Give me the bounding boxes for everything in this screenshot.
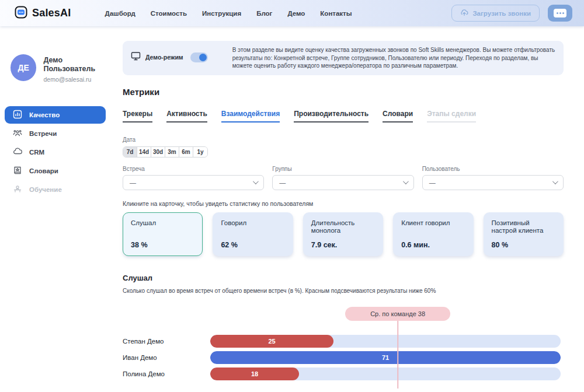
book-icon — [13, 166, 22, 176]
filter-пользователь: Пользователь— — [422, 166, 564, 190]
demo-mode-label: Демо-режим — [145, 54, 183, 61]
select-value: — — [429, 179, 436, 186]
sidebar-menu: КачествоВстречиCRMСловариОбучение — [0, 106, 114, 198]
metric-card-label: Говорил — [221, 219, 284, 228]
metric-card-value: 62 % — [221, 241, 284, 249]
filter-label: Встреча — [123, 166, 264, 172]
chat-dots-icon — [554, 9, 566, 18]
bar-chart-icon — [13, 110, 22, 120]
chart-bar-track: 71 — [210, 351, 561, 364]
filter-select-пользователь[interactable]: — — [422, 175, 564, 190]
chat-dots-button[interactable] — [548, 5, 572, 22]
user-profile: ДЕ Демо Пользователь demo@salesai.ru — [0, 54, 114, 83]
metric-cards: Слушал38 %Говорил62 %Длительность моноло… — [123, 212, 564, 256]
chart-bar[interactable]: 18 — [210, 368, 299, 380]
tab-этапы-сделки: Этапы сделки — [427, 110, 476, 123]
student-icon — [13, 184, 22, 195]
metric-card-value: 80 % — [492, 241, 555, 249]
sidebar-item-label: Встречи — [29, 130, 57, 137]
chart-bar[interactable]: 71 — [210, 351, 561, 364]
sidebar: ДЕ Демо Пользователь demo@salesai.ru Кач… — [0, 26, 114, 388]
tab-трекеры[interactable]: Трекеры — [123, 110, 152, 123]
user-email: demo@salesai.ru — [43, 76, 114, 83]
date-range-1y[interactable]: 1y — [193, 147, 207, 157]
metric-card-value: 0.6 мин. — [401, 241, 465, 249]
filter-select-группы[interactable]: — — [272, 175, 413, 190]
chart-description: Сколько слушал во время встреч от общего… — [123, 288, 564, 294]
top-navbar: SalesAI ДашбордСтоимостьИнструкцияБлогДе… — [0, 0, 584, 26]
tab-активность[interactable]: Активность — [166, 110, 207, 123]
nav-link-инструкция[interactable]: Инструкция — [202, 10, 241, 17]
logo-icon — [15, 6, 27, 21]
date-range-6m[interactable]: 6m — [179, 147, 193, 157]
logo-text: SalesAI — [32, 7, 71, 19]
date-filter-label: Дата — [123, 136, 564, 143]
metric-card-label: Клиент говорил — [401, 219, 465, 228]
filter-label: Пользователь — [422, 166, 564, 172]
chart-row-3: Полина Демо18 — [123, 368, 564, 380]
select-value: — — [279, 179, 286, 186]
sidebar-item-качество[interactable]: Качество — [5, 106, 106, 124]
sidebar-item-словари[interactable]: Словари — [0, 162, 114, 180]
chart-bar-track: 18 — [210, 368, 561, 380]
sidebar-item-label: Качество — [29, 111, 60, 118]
demo-mode-description: В этом разделе вы видите оценку качества… — [232, 46, 555, 70]
date-range-group: 7d14d30d3m6m1y — [123, 146, 208, 158]
chevron-down-icon — [253, 178, 259, 184]
sidebar-item-встречи[interactable]: Встречи — [0, 124, 114, 142]
sidebar-item-crm[interactable]: CRM — [0, 143, 114, 161]
sidebar-item-обучение: Обучение — [0, 180, 114, 198]
nav-links: ДашбордСтоимостьИнструкцияБлогДемоКонтак… — [105, 10, 352, 17]
chart-bar[interactable]: 25 — [210, 335, 333, 348]
demo-mode-toggle[interactable] — [190, 52, 208, 62]
date-range-14d[interactable]: 14d — [137, 147, 151, 157]
chart-row-1: Степан Демо25 — [123, 335, 564, 348]
metric-card-позитивный-настрой-клиента[interactable]: Позитивный настрой клиента80 % — [484, 212, 564, 256]
cards-hint: Кликните на карточку, чтобы увидеть стат… — [123, 200, 564, 207]
sidebar-item-label: Обучение — [29, 186, 62, 193]
chart-rows: Степан Демо25Иван Демо71Полина Демо18 — [123, 307, 564, 388]
chart-row-label: Полина Демо — [123, 370, 210, 377]
metrics-tabs: ТрекерыАктивностьВзаимодействияПроизводи… — [123, 110, 564, 123]
metric-card-label: Позитивный настрой клиента — [492, 219, 555, 235]
tab-взаимодействия[interactable]: Взаимодействия — [221, 110, 280, 123]
metric-card-длительность-монолога[interactable]: Длительность монолога7.9 сек. — [303, 212, 383, 256]
demo-mode-banner: Демо-режим В этом разделе вы видите оцен… — [123, 41, 564, 75]
nav-link-контакты[interactable]: Контакты — [320, 10, 352, 17]
metric-card-клиент-говорил[interactable]: Клиент говорил0.6 мин. — [393, 212, 473, 256]
filter-встреча: Встреча— — [123, 166, 264, 190]
chevron-down-icon — [552, 178, 558, 184]
date-range-7d[interactable]: 7d — [123, 147, 137, 157]
bar-chart: Ср. по команде 38 Степан Демо25Иван Демо… — [123, 307, 564, 388]
tab-производительность[interactable]: Производительность — [294, 110, 369, 123]
select-value: — — [130, 179, 136, 186]
upload-calls-button[interactable]: Загрузить звонки — [451, 5, 540, 22]
metric-card-label: Длительность монолога — [311, 219, 375, 235]
sidebar-item-label: Словари — [29, 167, 58, 174]
upload-cloud-icon — [460, 9, 468, 18]
page-title: Метрики — [123, 87, 564, 97]
sidebar-item-label: CRM — [29, 149, 44, 156]
logo[interactable]: SalesAI — [15, 6, 71, 21]
nav-link-дашборд[interactable]: Дашборд — [105, 10, 135, 17]
metric-card-label: Слушал — [131, 219, 194, 228]
people-icon — [13, 128, 22, 139]
monitor-icon — [131, 51, 141, 63]
chevron-down-icon — [403, 178, 409, 184]
nav-link-блог[interactable]: Блог — [256, 10, 272, 17]
chart-row-label: Степан Демо — [123, 338, 210, 345]
date-range-3m[interactable]: 3m — [165, 147, 179, 157]
chart-row-2: Иван Демо71 — [123, 351, 564, 364]
chart-title: Слушал — [123, 274, 564, 282]
nav-link-демо[interactable]: Демо — [287, 10, 305, 17]
metric-card-говорил[interactable]: Говорил62 % — [213, 212, 293, 256]
tab-словари[interactable]: Словари — [383, 110, 413, 123]
metric-card-слушал[interactable]: Слушал38 % — [123, 212, 203, 256]
nav-link-стоимость[interactable]: Стоимость — [151, 10, 187, 17]
filter-label: Группы — [272, 166, 413, 172]
date-range-30d[interactable]: 30d — [151, 147, 165, 157]
filter-select-встреча[interactable]: — — [123, 175, 264, 190]
avatar: ДЕ — [11, 54, 36, 81]
metric-card-value: 38 % — [131, 241, 194, 249]
main-content: Демо-режим В этом разделе вы видите оцен… — [123, 26, 564, 388]
